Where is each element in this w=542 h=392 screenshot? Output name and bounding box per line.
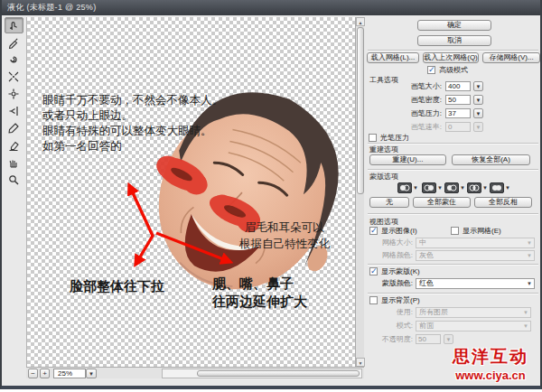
reconstruct-button[interactable]: 重建(U)... — [369, 154, 446, 165]
liquify-toolbar — [2, 17, 25, 386]
push-left-tool[interactable] — [5, 103, 23, 119]
dialog-title: 液化 (未标题-1 @ 25%) — [7, 3, 96, 12]
brush-density-label: 画笔密度: — [402, 95, 442, 105]
zoom-out-button[interactable]: − — [28, 369, 38, 378]
thaw-eraser-icon — [7, 139, 20, 152]
twirl-clockwise-tool[interactable] — [5, 51, 23, 68]
load-mesh-button[interactable]: 载入网格(L)... — [367, 52, 419, 63]
show-backdrop-label: 显示背景(P) — [381, 295, 420, 305]
liquify-options-panel: 确定 取消 载入网格(L)... 载入上次网格(Q) 存储网格(V)... 高级… — [366, 17, 542, 386]
show-mesh-checkbox[interactable] — [451, 227, 459, 235]
mesh-size-select: 中▼ — [416, 238, 535, 248]
forward-warp-tool[interactable] — [5, 17, 23, 33]
show-mask-checkbox[interactable] — [369, 267, 378, 275]
advanced-mode-checkbox[interactable] — [427, 66, 435, 74]
canvas-bottom-bar: − + 25% ▼ — [26, 367, 364, 378]
liquify-dialog: 液化 (未标题-1 @ 25%) — [0, 0, 542, 389]
show-mesh-label: 显示网格(E) — [463, 226, 501, 236]
bloat-icon — [7, 88, 20, 100]
backdrop-opacity-arrow-icon: ▼ — [444, 334, 453, 344]
zoom-dropdown-arrow-icon[interactable]: ▼ — [86, 369, 97, 378]
backdrop-use-label: 使用: — [373, 307, 413, 317]
chevron-down-icon: ▼ — [527, 279, 532, 289]
thaw-mask-tool[interactable] — [5, 137, 23, 154]
mask-none-button[interactable]: 无 — [369, 197, 409, 208]
forward-warp-icon — [7, 19, 20, 32]
zoom-tool[interactable] — [5, 172, 23, 188]
mask-op-subtract-icon[interactable] — [444, 182, 459, 193]
chevron-down-icon: ▼ — [523, 322, 528, 331]
freeze-mask-tool[interactable] — [5, 120, 23, 136]
eyes-annotation: 眼睛千万不要动，不然会不像本人。 或者只动上眼边。 眼睛有特殊的可以整体变大眼睛… — [42, 93, 223, 154]
mask-color-label: 蒙版颜色: — [373, 278, 413, 288]
push-left-icon — [7, 105, 20, 117]
mask-op-invert-icon[interactable] — [490, 182, 504, 193]
stylus-pressure-label: 光笔压力 — [380, 133, 409, 143]
brush-pressure-arrow-icon[interactable]: ▼ — [473, 108, 483, 118]
hand-icon — [7, 156, 20, 169]
backdrop-use-select: 所有图层▼ — [416, 307, 531, 318]
mask-all-button[interactable]: 全部蒙住 — [413, 197, 471, 208]
mask-op-caret-icon[interactable]: ▼ — [437, 185, 443, 191]
mask-op-caret-icon[interactable]: ▼ — [482, 185, 488, 191]
mesh-size-label: 网格大小: — [373, 238, 413, 247]
freeze-pencil-icon — [7, 122, 20, 135]
backdrop-mode-select: 前面▼ — [416, 321, 531, 331]
mask-op-caret-icon[interactable]: ▼ — [505, 185, 510, 191]
canvas-vertical-scrollbar[interactable]: ▲ ▼ — [355, 17, 364, 367]
show-image-checkbox[interactable] — [369, 227, 378, 235]
save-mesh-button[interactable]: 存储网格(V)... — [482, 52, 540, 63]
reconstruct-options-title: 重建选项 — [369, 145, 398, 154]
zoom-level-field[interactable]: 25% — [53, 369, 86, 378]
brush-size-label: 画笔大小: — [402, 81, 442, 91]
brush-size-field[interactable]: 400 — [445, 81, 471, 91]
pucker-tool[interactable] — [5, 69, 23, 85]
restore-all-button[interactable]: 恢复全部(A) — [452, 154, 530, 165]
zoom-in-button[interactable]: + — [40, 369, 50, 378]
horizontal-scroll-thumb[interactable] — [197, 370, 360, 377]
brush-rate-label: 画笔速率: — [402, 122, 442, 132]
mask-color-select[interactable]: 红色▼ — [416, 278, 535, 289]
brush-rate-field: 0 — [445, 122, 471, 132]
mask-op-add-icon[interactable] — [422, 182, 436, 193]
mask-op-caret-icon[interactable]: ▼ — [460, 185, 465, 191]
brush-density-arrow-icon[interactable]: ▼ — [473, 95, 483, 105]
liquify-canvas[interactable]: 眼睛千万不要动，不然会不像本人。 或者只动上眼边。 眼睛有特殊的可以整体变大眼睛… — [26, 17, 355, 367]
reconstruct-tool[interactable] — [5, 34, 23, 51]
show-backdrop-checkbox[interactable] — [369, 296, 378, 304]
backdrop-opacity-label: 不透明度: — [373, 334, 413, 344]
pull-down-arrow — [129, 185, 153, 265]
bloat-tool[interactable] — [5, 86, 23, 102]
brush-pressure-label: 画笔压力: — [402, 108, 442, 118]
reconstruct-brush-icon — [7, 36, 20, 49]
show-mask-label: 显示蒙版(K) — [381, 266, 420, 276]
pucker-icon — [7, 70, 20, 83]
face-pull-annotation: 脸部整体往下拉 — [70, 277, 164, 295]
magnifier-icon — [7, 173, 20, 186]
brush-rate-arrow-icon: ▼ — [473, 122, 483, 132]
stylus-pressure-checkbox[interactable] — [369, 134, 377, 142]
vertical-scroll-thumb[interactable] — [357, 27, 364, 194]
brush-size-arrow-icon[interactable]: ▼ — [473, 81, 483, 91]
scroll-down-icon[interactable]: ▼ — [356, 358, 365, 367]
canvas-horizontal-scrollbar[interactable] — [162, 369, 362, 378]
hand-tool[interactable] — [5, 154, 23, 171]
load-last-mesh-button[interactable]: 载入上次网格(Q) — [423, 52, 479, 63]
brow-ear-annotation-line2: 根据自己特性变化 — [239, 237, 330, 252]
mesh-color-label: 网格颜色: — [373, 250, 413, 260]
advanced-mode-label: 高级模式 — [439, 65, 468, 75]
invert-all-button[interactable]: 全部反相 — [474, 197, 532, 208]
expand-annotation: 腮、嘴、鼻子 往两边延伸扩大 — [212, 275, 307, 311]
face-preview-image — [27, 17, 356, 367]
brush-pressure-field[interactable]: 37 — [445, 108, 471, 118]
mask-op-replace-icon[interactable] — [397, 182, 412, 193]
chevron-down-icon: ▼ — [523, 308, 528, 318]
dialog-titlebar[interactable]: 液化 (未标题-1 @ 25%) — [2, 0, 540, 15]
mesh-color-select: 灰色▼ — [416, 250, 535, 261]
ok-button[interactable]: 确定 — [417, 20, 491, 31]
mask-op-intersect-icon[interactable] — [467, 182, 481, 193]
scroll-up-icon[interactable]: ▲ — [356, 17, 365, 26]
mask-op-caret-icon[interactable]: ▼ — [413, 185, 418, 191]
brush-density-field[interactable]: 50 — [445, 95, 471, 105]
cancel-button[interactable]: 取消 — [417, 35, 491, 46]
